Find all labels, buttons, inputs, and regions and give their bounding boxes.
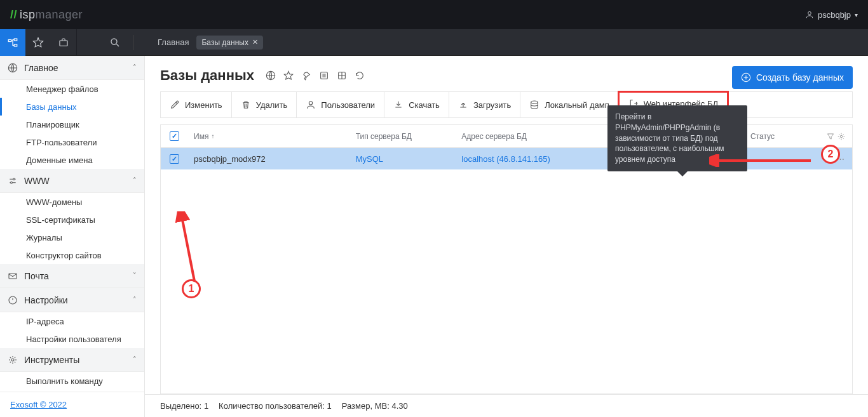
sidebar-item[interactable]: Выполнить команду [0,372,144,390]
sidebar-item[interactable]: Настройки пользователя [0,330,144,348]
page-header: Базы данных Создать базу данных [145,56,868,91]
svg-line-16 [182,216,194,281]
nav-briefcase-button[interactable] [51,29,76,56]
breadcrumb-home[interactable]: Главная [158,37,189,47]
sidebar-group-инструменты[interactable]: Инструменты˄ [0,348,144,372]
close-icon[interactable]: ✕ [252,38,258,46]
topbar: // ispmanager pscbqbjp ▾ [0,0,868,29]
edit-button[interactable]: Изменить [161,92,232,117]
select-all-checkbox[interactable] [170,131,179,141]
sidebar-item[interactable]: Менеджер файлов [0,80,144,98]
annotation-arrow-1 [169,211,207,288]
row-checkbox[interactable] [170,154,179,164]
row-type[interactable]: MySQL [349,154,456,164]
toolbar: Изменить Удалить Пользователи Скачать За… [160,91,853,118]
sidebar-item[interactable]: FTP-пользователи [0,133,144,151]
col-name[interactable]: Имя↑ [187,132,349,141]
star-icon[interactable] [283,70,294,81]
col-server-addr[interactable]: Адрес сервера БД [455,132,617,141]
sidebar-group-www[interactable]: WWW˄ [0,169,144,193]
user-menu[interactable]: pscbqbjp ▾ [805,10,858,20]
statusbar: Выделено: 1 Количество пользователей: 1 … [145,394,868,417]
user-icon [805,10,814,19]
nav-tree-button[interactable] [0,29,25,56]
breadcrumb-tab[interactable]: Базы данных ✕ [196,36,262,50]
search-button[interactable] [102,37,128,48]
row-addr[interactable]: localhost (46.8.141.165) [455,154,617,164]
sidebar-item[interactable]: Планировщик [0,116,144,133]
mail-icon [8,271,18,281]
nav-favorites-button[interactable] [25,29,51,56]
page-title: Базы данных [160,67,254,84]
sidebar-item[interactable]: SSL-сертификаты [0,211,144,228]
sliders-icon [8,176,18,186]
user-icon [306,100,316,110]
chevron-down-icon: ▾ [855,11,858,18]
globe-icon [8,63,18,73]
upload-icon [458,100,468,110]
upload-button[interactable]: Загрузить [449,92,520,117]
annotation-arrow-2 [709,154,817,167]
download-icon [393,100,403,110]
sidebar-group-главное[interactable]: Главное˄ [0,56,144,80]
refresh-icon[interactable] [355,70,365,81]
username: pscbqbjp [818,10,851,20]
gear-icon [8,355,18,365]
grid-icon[interactable] [337,70,347,81]
users-button[interactable]: Пользователи [297,92,384,117]
create-db-button[interactable]: Создать базу данных [732,66,853,89]
list-icon[interactable] [319,70,329,81]
sidebar-group-настройки[interactable]: Настройки˄ [0,288,144,312]
delete-button[interactable]: Удалить [232,92,297,117]
sidebar: Главное˄Менеджер файловБазы данныхПланир… [0,56,145,417]
pin-icon[interactable] [301,70,311,81]
download-button[interactable]: Скачать [384,92,449,117]
globe-icon[interactable] [266,70,276,81]
sidebar-item[interactable]: Базы данных [0,98,144,116]
table-settings[interactable] [814,132,852,141]
db-icon [529,100,539,110]
sidebar-item[interactable]: Доменные имена [0,151,144,169]
sidebar-group-почта[interactable]: Почта˅ [0,264,144,288]
trash-icon [241,100,251,110]
sidebar-item[interactable]: IP-адреса [0,312,144,330]
subbar: Главная Базы данных ✕ [0,29,868,56]
plus-icon [741,72,751,83]
table-header: Имя↑ Тип сервера БД Адрес сервера БД Кол… [161,125,852,148]
settings-icon [8,295,18,305]
main: Перейти в PHPMyAdmin/PHPPgAdmin (в завис… [145,56,868,417]
sidebar-item[interactable]: Журналы [0,228,144,246]
annotation-circle-2: 2 [821,145,840,164]
local-dump-button[interactable]: Локальный дамп [520,92,619,117]
col-status[interactable]: Статус [744,132,814,141]
col-server-type[interactable]: Тип сервера БД [349,132,456,141]
sidebar-footer: Exosoft © 2022 [0,392,144,417]
sidebar-item[interactable]: Конструктор сайтов [0,246,144,264]
pencil-icon [170,100,180,110]
logo: // ispmanager [10,8,83,22]
footer-link[interactable]: Exosoft © 2022 [10,400,67,409]
row-name: pscbqbjp_modx972 [187,154,349,164]
sidebar-item[interactable]: WWW-домены [0,193,144,211]
